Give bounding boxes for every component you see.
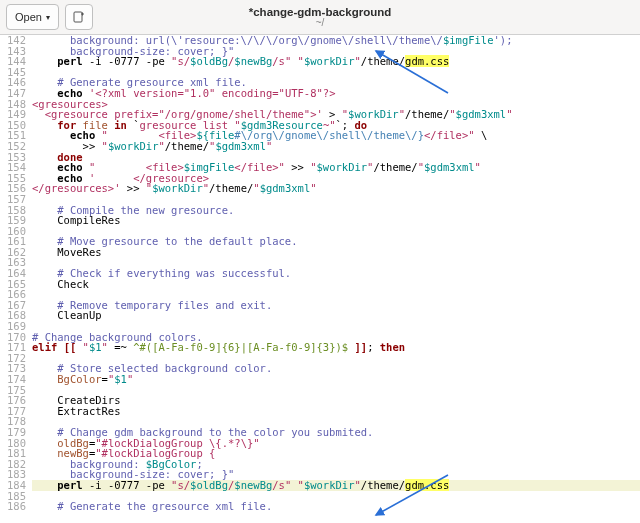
token-p: ExtractRes: [57, 405, 120, 417]
line-number: 142: [0, 35, 26, 46]
titlebar: Open ▾ *change-gdm-background ~/: [0, 0, 640, 35]
token-kw: elif: [32, 341, 57, 353]
token-p: [32, 55, 57, 67]
code-line[interactable]: [32, 385, 640, 396]
line-number: 184: [0, 480, 26, 491]
token-cmt: # Check if everything was successful.: [57, 267, 291, 279]
token-p: /theme/: [405, 108, 449, 120]
token-p: Check: [57, 278, 89, 290]
code-line[interactable]: MoveRes: [32, 247, 640, 258]
token-p: >>: [285, 161, 310, 173]
token-str: ": [310, 182, 316, 194]
token-p: [32, 479, 57, 491]
token-hl: gdm.css: [405, 479, 449, 491]
code-line[interactable]: Check: [32, 279, 640, 290]
line-number-gutter: 1421431441451461471481491501511521531541…: [0, 35, 30, 523]
token-p: >>: [121, 182, 146, 194]
code-line[interactable]: elif [[ "$1" =~ ^#([A-Fa-f0-9]{6}|[A-Fa-…: [32, 342, 640, 353]
svg-rect-0: [74, 12, 82, 22]
token-p: [32, 309, 57, 321]
token-p: /theme/: [373, 161, 417, 173]
token-kw: [[: [64, 341, 77, 353]
code-area[interactable]: background: url(\'resource:\/\/\/org\/gn…: [32, 35, 640, 523]
token-var: $workDir: [304, 479, 355, 491]
token-cmd: perl: [57, 479, 82, 491]
token-var: $oldBg: [190, 479, 228, 491]
token-str: "s/: [171, 55, 190, 67]
token-cmt: ');: [494, 35, 513, 46]
code-line[interactable]: </gresources>' >> "$workDir"/theme/"$gdm…: [32, 183, 640, 194]
token-str: ": [127, 373, 133, 385]
token-var: $gdm3xml: [456, 108, 507, 120]
token-p: [32, 373, 57, 385]
token-p: ;: [367, 341, 380, 353]
token-p: -i -0777 -pe: [83, 479, 172, 491]
token-var: $workDir: [152, 182, 203, 194]
code-line[interactable]: >> "$workDir"/theme/"$gdm3xml": [32, 141, 640, 152]
token-p: CompileRes: [57, 214, 120, 226]
token-str: ": [506, 108, 512, 120]
code-line[interactable]: CreateDirs: [32, 395, 640, 406]
code-line[interactable]: CompileRes: [32, 215, 640, 226]
code-line[interactable]: BgColor="$1": [32, 374, 640, 385]
token-hl: gdm.css: [405, 55, 449, 67]
code-line[interactable]: # Check if everything was successful.: [32, 268, 640, 279]
token-p: -i -0777 -pe: [83, 55, 172, 67]
token-var: $newBg: [234, 479, 272, 491]
token-str: /s": [272, 479, 291, 491]
line-number: 152: [0, 141, 26, 152]
code-line[interactable]: ExtractRes: [32, 406, 640, 417]
code-editor[interactable]: 1421431441451461471481491501511521531541…: [0, 35, 640, 523]
token-cmt: # Generate the gresource xml file.: [57, 500, 272, 512]
token-var: $workDir: [317, 161, 368, 173]
chevron-down-icon: ▾: [46, 13, 50, 22]
token-p: \: [475, 129, 488, 141]
token-var: $gdm3xml: [260, 182, 311, 194]
code-line[interactable]: # Generate the gresource xml file.: [32, 501, 640, 512]
token-var: $1: [114, 373, 127, 385]
token-str: </gresources>': [32, 182, 121, 194]
token-var: $gdm3xml: [215, 140, 266, 152]
code-line[interactable]: perl -i -0777 -pe "s/$oldBg/$newBg/s" "$…: [32, 480, 640, 491]
token-var: $workDir: [108, 140, 159, 152]
window-title: *change-gdm-background ~/: [0, 6, 640, 28]
token-kw: then: [380, 341, 405, 353]
token-p: [32, 500, 57, 512]
token-p: [32, 214, 57, 226]
token-p: [32, 246, 57, 258]
token-p: /theme/: [165, 140, 209, 152]
token-var: $1: [89, 341, 102, 353]
code-line[interactable]: # Move gresource to the default place.: [32, 236, 640, 247]
line-number: 179: [0, 427, 26, 438]
code-line[interactable]: # Compile the new gresource.: [32, 205, 640, 216]
token-var: $oldBg: [190, 55, 228, 67]
token-var: $workDir: [304, 55, 355, 67]
open-button[interactable]: Open ▾: [6, 4, 59, 30]
token-str: ": [266, 140, 272, 152]
token-p: =~: [108, 341, 133, 353]
token-p: [32, 405, 57, 417]
token-kw: ]]: [354, 341, 367, 353]
code-line[interactable]: CleanUp: [32, 310, 640, 321]
token-str: </file>": [234, 161, 285, 173]
token-str: "s/: [171, 479, 190, 491]
document-path: ~/: [0, 17, 640, 28]
token-p: /theme/: [361, 479, 405, 491]
token-tag: ^#([A-Fa-f0-9]{6}|[A-Fa-f0-9]{3})$: [133, 341, 348, 353]
open-label: Open: [15, 11, 42, 23]
token-str: /s": [272, 55, 291, 67]
token-sp2: BgColor: [57, 373, 101, 385]
token-p: CleanUp: [57, 309, 101, 321]
new-tab-button[interactable]: [65, 4, 93, 30]
token-p: /theme/: [209, 182, 253, 194]
code-line[interactable]: # Remove temporary files and exit.: [32, 300, 640, 311]
token-var: $gdm3xml: [424, 161, 475, 173]
token-str: ": [475, 161, 481, 173]
token-var: $newBg: [234, 55, 272, 67]
token-cmd: perl: [57, 55, 82, 67]
code-line[interactable]: echo '<?xml version="1.0" encoding="UTF-…: [32, 88, 640, 99]
line-number: 174: [0, 374, 26, 385]
token-str: </file>": [424, 129, 475, 141]
code-line[interactable]: perl -i -0777 -pe "s/$oldBg/$newBg/s" "$…: [32, 56, 640, 67]
line-number: 157: [0, 194, 26, 205]
